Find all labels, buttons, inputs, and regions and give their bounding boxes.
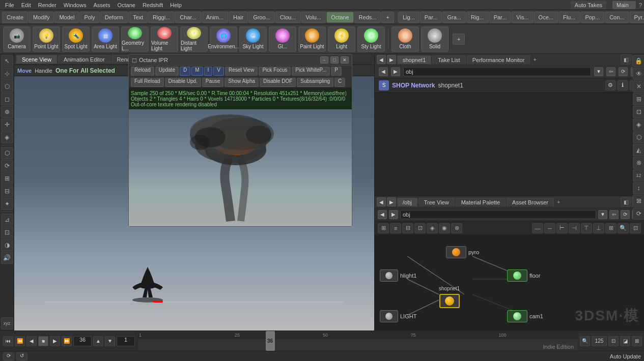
menu-render[interactable]: Render (35, 2, 60, 9)
lt-tool4[interactable]: ⬡ (1, 147, 13, 159)
tb-par2[interactable]: Par... (489, 12, 512, 23)
lt-tool9[interactable]: ⊿ (1, 214, 13, 226)
vp-rt-t10[interactable]: ⟳ (633, 207, 645, 220)
vp-rt-t4[interactable]: ◈ (633, 118, 645, 131)
toolbar2-plus[interactable]: + (453, 34, 465, 45)
ipr-update-btn[interactable]: Update (155, 67, 179, 76)
vp-rt-t8[interactable]: ↕ (633, 182, 645, 194)
nv-right7[interactable]: ⊞ (605, 223, 617, 233)
tl-next-btn[interactable]: ⏩ (62, 336, 72, 346)
tl-prev-btn[interactable]: ⏪ (15, 336, 25, 346)
light-btn-sky[interactable]: 🌤 Sky Light (239, 26, 267, 52)
node-path-fwd[interactable]: ▶ (389, 210, 398, 219)
light-btn-spot[interactable]: 🔦 Spot Light (62, 26, 90, 52)
light-btn-solid[interactable]: ■ Solid (421, 26, 449, 52)
ipr-full-reload-btn[interactable]: Full Reload (131, 78, 164, 87)
light-btn-light[interactable]: ⚡ Light (328, 26, 355, 52)
lt-tool7[interactable]: ⊟ (1, 185, 13, 197)
ipr-minimize-btn[interactable]: − (320, 56, 328, 64)
bottom-btn1[interactable]: ⟳ (3, 352, 14, 360)
shop-path-back[interactable]: ◀ (379, 67, 388, 76)
current-frame-input[interactable]: 36 (73, 336, 92, 346)
tb-char[interactable]: Char... (175, 12, 201, 23)
tl-tl-btn2[interactable]: ⊞ (632, 336, 642, 346)
ipr-d-btn[interactable]: D (180, 67, 190, 76)
timeline-track[interactable]: 1 25 50 75 100 36 Indie Edition (138, 331, 578, 351)
tb-model[interactable]: Model (54, 12, 79, 23)
tl-back-btn[interactable]: ◀ (26, 336, 37, 346)
tb-groo[interactable]: Groo... (248, 12, 275, 23)
tl-frame-down[interactable]: ▼ (105, 336, 115, 346)
tb-clou[interactable]: Clou... (275, 12, 301, 23)
ipr-show-alpha-btn[interactable]: Show Alpha (225, 78, 259, 87)
menu-edit[interactable]: Edit (18, 2, 34, 9)
tl-play-btn[interactable]: ▶ (50, 336, 60, 346)
menu-file[interactable]: File (2, 2, 17, 9)
node-panel-add[interactable]: + (557, 199, 560, 205)
ipr-subsampling-btn[interactable]: Subsampling (297, 78, 333, 87)
light-btn-gl[interactable]: ✦ Gl... (269, 26, 296, 52)
lt-xyz[interactable]: xyz (1, 317, 13, 329)
ipr-p-btn[interactable]: P (331, 67, 342, 76)
lt-select[interactable]: ⊹ (1, 68, 13, 80)
tab-perf-monitor[interactable]: Performance Monitor (467, 55, 530, 64)
light-btn-geo[interactable]: ◈ Geometry L... (121, 26, 149, 52)
light-btn-area[interactable]: ▦ Area Light (92, 26, 119, 52)
shop-hdr-btn2[interactable]: ℹ (618, 80, 628, 91)
ipr-disable-dof-btn[interactable]: Disable DOF (260, 78, 296, 87)
nv-btn1[interactable]: ⊞ (378, 223, 389, 233)
lt-tool2[interactable]: ✛ (1, 118, 13, 131)
lt-tool1[interactable]: ⊕ (1, 106, 13, 118)
tl-zoom-out[interactable]: 🔍 (580, 336, 590, 346)
node-cam1[interactable]: cam1 (507, 310, 543, 322)
nv-right5[interactable]: ⊤ (581, 223, 592, 233)
light-btn-cloth[interactable]: ◻ Cloth (391, 26, 419, 52)
vp-rt-lock[interactable]: 🔒 (633, 55, 645, 67)
nv-btn2[interactable]: ≡ (390, 223, 401, 233)
nv-btn3[interactable]: ⊟ (402, 223, 413, 233)
nv-right3[interactable]: ⊢ (556, 223, 568, 233)
light-btn-point[interactable]: 💡 Point Light (33, 26, 60, 52)
tb-riggi[interactable]: Riggi... (148, 12, 175, 23)
tab-obj[interactable]: /obj (397, 198, 417, 206)
lt-tool5[interactable]: ⟳ (1, 160, 13, 172)
lt-move[interactable]: ↖ (1, 55, 13, 67)
vp-rt-t9[interactable]: ⊠ (633, 195, 645, 207)
tab-material-palette[interactable]: Material Palette (456, 198, 506, 206)
shop-path-fwd[interactable]: ▶ (391, 67, 400, 76)
menu-redshift[interactable]: Redshift (139, 2, 166, 9)
ipr-m-btn[interactable]: M (191, 67, 203, 76)
node-icon-1[interactable]: ◧ (621, 197, 631, 207)
lt-tool6[interactable]: ⊞ (1, 172, 13, 185)
light-btn-vol[interactable]: ☁ Volume Light (151, 26, 178, 52)
ipr-v-btn[interactable]: V (213, 67, 224, 76)
tb-volu[interactable]: Volu... (301, 12, 326, 23)
vp-rt-t2[interactable]: ⊞ (633, 93, 645, 105)
menu-windows[interactable]: Windows (61, 2, 90, 9)
node-shopnet1[interactable]: shopnet1 (439, 286, 460, 308)
ipr-reload-btn[interactable]: Reload (131, 67, 154, 76)
nv-btn7[interactable]: ⊗ (451, 223, 462, 233)
vp-rt-t3[interactable]: ⊡ (633, 106, 645, 118)
tl-tl-btn1[interactable]: ◪ (620, 336, 630, 346)
tb-anim[interactable]: Anim... (202, 12, 228, 23)
lt-eraser[interactable]: ◻ (1, 93, 13, 105)
tb-pyr[interactable]: Pyr... (630, 12, 645, 23)
light-btn-sty[interactable]: ★ Sty Light (357, 26, 385, 52)
ipr-pick-whitep-btn[interactable]: Pick WhiteP... (292, 67, 330, 76)
shop-path-input[interactable] (403, 67, 591, 76)
nv-right4[interactable]: ⊣ (569, 223, 580, 233)
ipr-pick-focus-btn[interactable]: Pick Focus (259, 67, 291, 76)
tb-plus[interactable]: + (381, 12, 394, 23)
lt-tool3[interactable]: ◈ (1, 131, 13, 143)
nv-btn4[interactable]: ⊡ (414, 223, 426, 233)
node-refresh[interactable]: ⟳ (621, 210, 630, 219)
tab-scene-view[interactable]: Scene View (16, 55, 57, 64)
tl-zoom-fit[interactable]: ⊡ (608, 336, 619, 346)
tab-shopnet1[interactable]: shopnet1 (397, 55, 431, 64)
node-path-dropdown[interactable]: ▼ (598, 210, 607, 219)
tb-pop[interactable]: Pop... (580, 12, 604, 23)
node-light[interactable]: LIGHT (380, 310, 416, 322)
bottom-btn2[interactable]: ↺ (16, 352, 27, 360)
tb-poly[interactable]: Poly (79, 12, 99, 23)
